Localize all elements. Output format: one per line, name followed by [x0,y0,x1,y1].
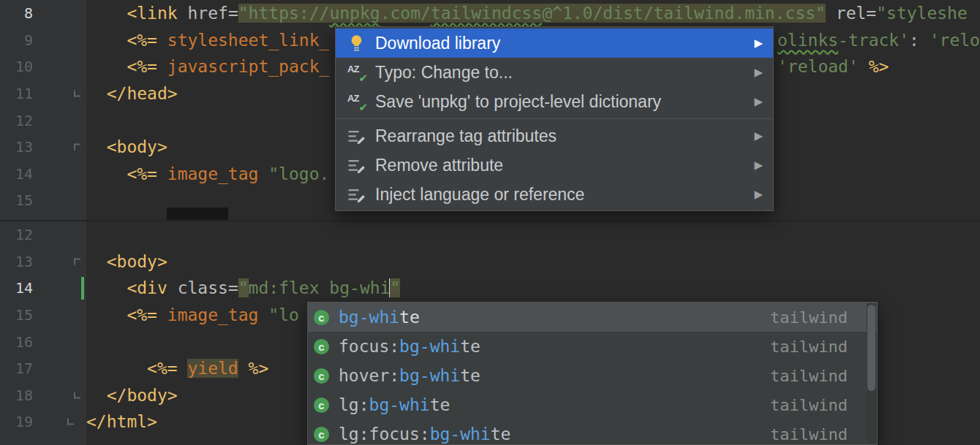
code-token: @^1.0/dist/tailwind.min.css" [542,4,826,23]
code-token [238,359,249,378]
completion-item[interactable]: clg:bg-whitetailwind [308,390,877,419]
completion-source-label: tailwind [770,367,848,385]
completion-token: hover: [339,366,399,385]
completion-item[interactable]: clg:focus:bg-whitetailwind [308,419,877,445]
intention-menu-item[interactable]: Inject language or reference▶ [336,180,773,209]
intention-menu-item[interactable]: AZ✔Save 'unpkg' to project-level diction… [336,87,773,116]
completion-token: te [460,337,480,356]
intention-menu-item[interactable]: Remove attribute▶ [336,151,773,180]
code-token: : [909,31,930,50]
code-text: <%= stylesheet_link_ [86,27,329,54]
code-token: <%= [127,57,167,76]
intention-menu-item[interactable]: Download library▶ [336,28,773,58]
line-number: 9 [0,31,33,49]
code-token: "lo [268,305,299,324]
scrollbar-thumb-icon[interactable] [867,305,875,391]
completion-token: focus: [339,337,399,356]
code-token: <link [127,4,177,23]
gutter: 15 [0,187,86,214]
completion-token: te [430,395,451,414]
matched-prefix: bg-whi [369,395,430,414]
code-text: <body> [86,134,167,161]
gutter: 17 [0,355,86,382]
fold-marker-icon[interactable] [74,392,80,398]
code-token: unpkg [329,4,380,23]
line-number: 15 [0,306,33,324]
code-token [86,57,127,76]
code-text: <link href="https://unpkg.com/tailwindcs… [86,0,968,27]
completion-token: te [491,425,511,444]
code-text-fragment: 'reload' %> [777,53,889,80]
line-number: 13 [0,253,33,270]
code-token [86,359,147,378]
spellcheck-icon: AZ✔ [347,93,366,111]
intention-menu-item[interactable]: AZ✔Typo: Change to...▶ [336,58,773,87]
bulb-icon [347,34,366,53]
code-line-8[interactable]: 8 <link href="https://unpkg.com/tailwind… [0,0,980,27]
fold-marker-icon[interactable] [74,91,80,97]
code-token: -track' [838,31,909,50]
completion-token: te [399,308,420,327]
menu-item-label: Rearrange tag attributes [375,126,557,146]
line-number: 8 [0,4,33,22]
completion-scrollbar[interactable] [867,303,876,444]
code-token [86,386,107,405]
matched-prefix: bg-whi [399,337,460,356]
matched-prefix: bg-whi [339,308,399,327]
edit-icon [347,186,366,204]
css-class-icon: c [314,398,329,413]
section-seam [0,220,980,221]
code-token: <%= [147,359,187,378]
code-token: "logo. [268,164,329,183]
intention-menu-item[interactable]: Rearrange tag attributes▶ [336,121,773,151]
code-line-12[interactable]: 12 [0,221,980,248]
submenu-arrow-icon: ▶ [754,95,763,108]
line-number: 14 [0,279,33,297]
gutter: 18 [0,382,86,409]
submenu-arrow-icon: ▶ [754,66,763,79]
code-token: "styleshe [876,4,968,23]
gutter: 19 [0,408,86,436]
code-token: <div [127,278,167,297]
completion-item[interactable]: chover:bg-whitetailwind [308,361,877,390]
fold-marker-icon[interactable] [74,258,80,265]
code-text: <%= yield %> [86,355,268,382]
code-token: 'reload' [777,57,859,76]
code-text: <%= image_tag "logo. [86,161,329,188]
fold-marker-icon[interactable] [67,419,74,425]
completion-token: lg:focus: [339,425,430,444]
code-text: <body> [86,248,167,275]
code-token: " [390,278,400,297]
code-line-13[interactable]: 13 <body> [0,248,980,275]
completion-text: hover:bg-white [339,366,480,385]
code-token: </body> [107,386,178,405]
submenu-arrow-icon: ▶ [754,188,763,201]
code-token [86,84,107,103]
gutter: 14 [0,161,86,188]
code-line-14[interactable]: 14 <div class="md:flex bg-whi" [0,275,980,302]
code-text-fragment: olinks-track': 'relo [777,27,980,54]
fold-marker-icon[interactable] [74,144,80,151]
completion-item[interactable]: cfocus:bg-whitetailwind [308,332,877,361]
gutter: 13 [0,248,86,275]
menu-item-label: Typo: Change to... [375,63,513,83]
completion-source-label: tailwind [770,425,848,444]
line-number: 14 [0,165,33,183]
gutter: 14 [0,275,86,302]
code-text: <div class="md:flex bg-whi" [86,275,400,302]
code-token [178,4,188,23]
code-token [258,164,268,183]
completion-item[interactable]: cbg-whitetailwind [308,303,877,332]
line-number: 19 [0,413,33,430]
code-text: </head> [86,80,178,107]
code-token: href= [188,4,238,23]
completion-source-label: tailwind [770,338,848,356]
line-number: 12 [0,226,33,243]
matched-prefix: bg-whi [430,425,491,444]
line-number: 12 [0,112,33,129]
spellcheck-icon: AZ✔ [347,64,366,82]
code-token: <body> [107,252,167,271]
edit-icon [347,127,366,145]
gutter: 13 [0,134,86,161]
code-token: javascript_pack_ [167,57,330,76]
